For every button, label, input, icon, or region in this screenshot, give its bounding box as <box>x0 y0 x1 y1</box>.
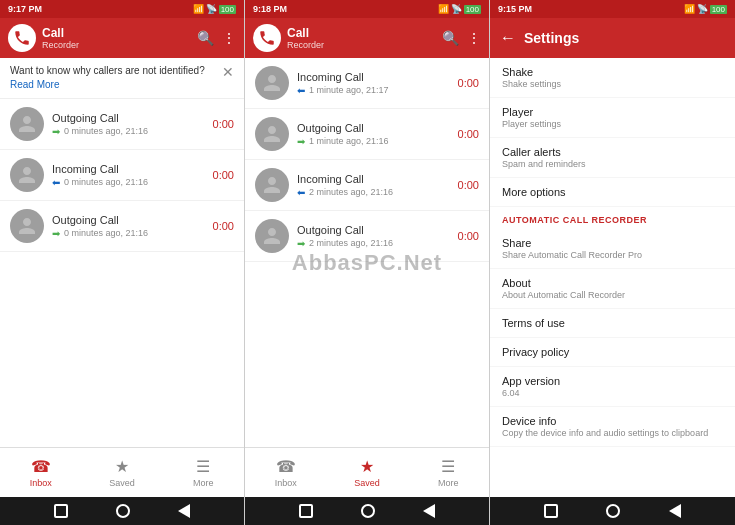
settings-item[interactable]: App version 6.04 <box>490 367 735 407</box>
nav-more-1[interactable]: ☰ More <box>163 448 244 497</box>
battery-icon-1: 100 <box>219 5 236 14</box>
search-icon-2[interactable]: 🔍 <box>442 30 459 46</box>
system-nav-2 <box>245 497 489 525</box>
settings-item-title: Shake <box>502 66 723 78</box>
home-button-1[interactable] <box>116 504 130 518</box>
bottom-nav-2: ☎ Inbox ★ Saved ☰ More <box>245 447 489 497</box>
direction-arrow: ⬅ <box>52 177 60 188</box>
call-item[interactable]: Outgoing Call ➡ 2 minutes ago, 21:16 0:0… <box>245 211 489 262</box>
call-item[interactable]: Incoming Call ⬅ 2 minutes ago, 21:16 0:0… <box>245 160 489 211</box>
saved-icon-2: ★ <box>360 457 374 476</box>
call-time: 1 minute ago, 21:16 <box>309 136 389 146</box>
call-info: Incoming Call ⬅ 2 minutes ago, 21:16 <box>297 173 450 198</box>
notice-text: Want to know why callers are not identif… <box>10 64 218 92</box>
settings-item[interactable]: Player Player settings <box>490 98 735 138</box>
direction-arrow: ➡ <box>52 228 60 239</box>
nav-inbox-2[interactable]: ☎ Inbox <box>245 448 326 497</box>
call-info: Outgoing Call ➡ 2 minutes ago, 21:16 <box>297 224 450 249</box>
recents-button-1[interactable] <box>54 504 68 518</box>
call-type: Outgoing Call <box>297 224 450 236</box>
nav-inbox-1[interactable]: ☎ Inbox <box>0 448 81 497</box>
settings-item-sub: Player settings <box>502 119 723 129</box>
call-meta: ➡ 1 minute ago, 21:16 <box>297 136 450 147</box>
home-button-2[interactable] <box>361 504 375 518</box>
call-time: 0 minutes ago, 21:16 <box>64 228 148 238</box>
battery-icon-2: 100 <box>464 5 481 14</box>
back-button-3[interactable] <box>669 504 681 518</box>
app-title-2: Call Recorder <box>287 26 436 50</box>
settings-item[interactable]: About About Automatic Call Recorder <box>490 269 735 309</box>
avatar <box>255 219 289 253</box>
avatar <box>10 107 44 141</box>
settings-item[interactable]: Shake Shake settings <box>490 58 735 98</box>
settings-item[interactable]: Terms of use <box>490 309 735 338</box>
call-meta: ➡ 2 minutes ago, 21:16 <box>297 238 450 249</box>
call-info: Incoming Call ⬅ 1 minute ago, 21:17 <box>297 71 450 96</box>
panel-3: 9:15 PM 📶 📡 100 ← Settings Shake Shake s… <box>490 0 735 525</box>
call-meta: ➡ 0 minutes ago, 21:16 <box>52 126 205 137</box>
settings-item[interactable]: Device info Copy the device info and aud… <box>490 407 735 447</box>
call-duration: 0:00 <box>213 118 234 130</box>
settings-item-title: Player <box>502 106 723 118</box>
call-time: 0 minutes ago, 21:16 <box>64 126 148 136</box>
call-meta: ⬅ 1 minute ago, 21:17 <box>297 85 450 96</box>
direction-arrow: ⬅ <box>297 85 305 96</box>
avatar <box>255 66 289 100</box>
more-label-2: More <box>438 478 459 488</box>
status-bar-1: 9:17 PM 📶 📡 100 <box>0 0 244 18</box>
settings-item-title: Terms of use <box>502 317 723 329</box>
settings-item-sub: Copy the device info and audio settings … <box>502 428 723 438</box>
call-duration: 0:00 <box>458 128 479 140</box>
nav-saved-1[interactable]: ★ Saved <box>81 448 162 497</box>
more-label-1: More <box>193 478 214 488</box>
call-meta: ⬅ 2 minutes ago, 21:16 <box>297 187 450 198</box>
settings-list: Shake Shake settings Player Player setti… <box>490 58 735 497</box>
menu-icon-2[interactable]: ⋮ <box>467 30 481 46</box>
signal-icon-2: 📶 <box>438 4 449 14</box>
time-3: 9:15 PM <box>498 4 532 14</box>
app-bar-icons-1: 🔍 ⋮ <box>197 30 236 46</box>
call-item[interactable]: Incoming Call ⬅ 0 minutes ago, 21:16 0:0… <box>0 150 244 201</box>
avatar <box>10 209 44 243</box>
saved-label-1: Saved <box>109 478 135 488</box>
nav-saved-2[interactable]: ★ Saved <box>326 448 407 497</box>
inbox-icon-2: ☎ <box>276 457 296 476</box>
settings-item[interactable]: Caller alerts Spam and reminders <box>490 138 735 178</box>
settings-title: Settings <box>524 30 725 46</box>
settings-item[interactable]: More options <box>490 178 735 207</box>
call-item[interactable]: Outgoing Call ➡ 0 minutes ago, 21:16 0:0… <box>0 201 244 252</box>
settings-item[interactable]: Share Share Automatic Call Recorder Pro <box>490 229 735 269</box>
recents-button-2[interactable] <box>299 504 313 518</box>
settings-item-title: Share <box>502 237 723 249</box>
inbox-label-1: Inbox <box>30 478 52 488</box>
wifi-icon-3: 📡 <box>697 4 708 14</box>
home-button-3[interactable] <box>606 504 620 518</box>
system-nav-3 <box>490 497 735 525</box>
status-bar-2: 9:18 PM 📶 📡 100 <box>245 0 489 18</box>
app-logo-2 <box>253 24 281 52</box>
settings-item-title: Device info <box>502 415 723 427</box>
call-item[interactable]: Outgoing Call ➡ 1 minute ago, 21:16 0:00 <box>245 109 489 160</box>
menu-icon-1[interactable]: ⋮ <box>222 30 236 46</box>
call-duration: 0:00 <box>458 77 479 89</box>
call-time: 2 minutes ago, 21:16 <box>309 238 393 248</box>
status-icons-2: 📶 📡 100 <box>438 4 481 14</box>
call-item[interactable]: Incoming Call ⬅ 1 minute ago, 21:17 0:00 <box>245 58 489 109</box>
settings-item-title: Privacy policy <box>502 346 723 358</box>
back-arrow-button[interactable]: ← <box>500 29 516 47</box>
call-item[interactable]: Outgoing Call ➡ 0 minutes ago, 21:16 0:0… <box>0 99 244 150</box>
back-button-1[interactable] <box>178 504 190 518</box>
recents-button-3[interactable] <box>544 504 558 518</box>
notice-close-button[interactable]: ✕ <box>222 64 234 80</box>
wifi-icon-2: 📡 <box>451 4 462 14</box>
settings-item[interactable]: Privacy policy <box>490 338 735 367</box>
search-icon-1[interactable]: 🔍 <box>197 30 214 46</box>
nav-more-2[interactable]: ☰ More <box>408 448 489 497</box>
inbox-label-2: Inbox <box>275 478 297 488</box>
app-bar-2: Call Recorder 🔍 ⋮ <box>245 18 489 58</box>
panel-2: AbbasPC.Net 9:18 PM 📶 📡 100 Call Recorde… <box>245 0 490 525</box>
avatar <box>255 117 289 151</box>
inbox-icon-1: ☎ <box>31 457 51 476</box>
read-more-link[interactable]: Read More <box>10 78 218 92</box>
back-button-2[interactable] <box>423 504 435 518</box>
